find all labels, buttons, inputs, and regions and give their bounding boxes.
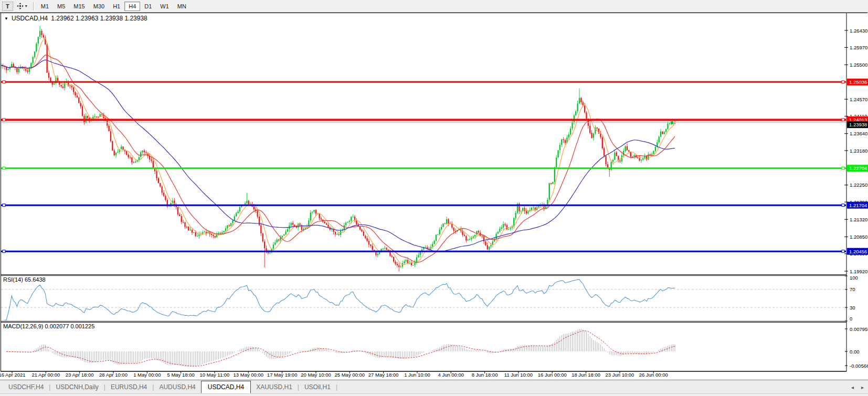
price-axis[interactable] [846, 13, 868, 371]
chart-window: ▼ USDCAD,H4 1.23962 1.23963 1.23938 1.23… [0, 13, 868, 379]
timeframe-button-d1[interactable]: D1 [140, 2, 156, 11]
last-price-marker [671, 121, 673, 124]
tab-xauusd-h1[interactable]: XAUUSD,H1 [251, 381, 298, 393]
chart-canvas[interactable]: 1.264301.259701.255001.245701.241101.236… [0, 13, 868, 379]
tab-scroll-controls: ◂ ▸ [851, 384, 864, 390]
tab-usdcnh-daily[interactable]: USDCNH,Daily [50, 381, 103, 393]
collapse-triangle-icon[interactable]: ▼ [4, 16, 8, 21]
cursor-tool-button[interactable]: ▾ [14, 2, 30, 11]
timeframe-button-m1[interactable]: M1 [37, 2, 53, 11]
toolbar-separator [33, 2, 34, 10]
timeframe-button-m30[interactable]: M30 [89, 2, 109, 11]
text-label-tool-button[interactable]: T [2, 2, 13, 11]
mt4-window: T ▾ M1M5M15M30H1H4D1W1MN ▼ USDCAD,H4 1.2… [0, 0, 868, 396]
hline-1.24013[interactable] [1, 119, 846, 121]
tab-usdchf-h4[interactable]: USDCHF,H4 [3, 381, 49, 393]
crosshair-arrows-icon [17, 3, 24, 9]
timeframe-button-mn[interactable]: MN [173, 2, 190, 11]
rsi-indicator-label: RSI(14) 65.6438 [3, 276, 46, 283]
timeframe-button-h1[interactable]: H1 [109, 2, 124, 11]
tabs: USDCHF,H4|USDCNH,Daily|EURUSD,H4|AUDUSD,… [3, 381, 337, 393]
tab-scroll-right-icon[interactable]: ▸ [861, 384, 864, 390]
tab-scroll-left-icon[interactable]: ◂ [851, 384, 854, 390]
tab-audusd-h4[interactable]: AUDUSD,H4 [154, 381, 200, 393]
timeframe-button-group: M1M5M15M30H1H4D1W1MN [37, 2, 190, 11]
chart-quotes-label: 1.23962 1.23963 1.23938 1.23938 [51, 15, 147, 22]
timeframe-button-m5[interactable]: M5 [53, 2, 69, 11]
macd-indicator-label: MACD(12,26,9) 0.002077 0.001225 [3, 323, 94, 329]
tab-separator: | [336, 383, 337, 391]
chevron-down-icon: ▾ [25, 4, 27, 8]
timeframe-button-m15[interactable]: M15 [69, 2, 89, 11]
tab-eurusd-h4[interactable]: EURUSD,H4 [105, 381, 152, 393]
status-bar [0, 393, 868, 396]
time-axis[interactable] [0, 372, 846, 379]
timeframe-button-w1[interactable]: W1 [156, 2, 173, 11]
tab-usoil-h1[interactable]: USOil,H1 [299, 381, 336, 393]
tab-usdcad-h4[interactable]: USDCAD,H4 [201, 381, 251, 393]
symbol-tab-bar: USDCHF,H4|USDCNH,Daily|EURUSD,H4|AUDUSD,… [0, 380, 868, 394]
timeframe-button-h4[interactable]: H4 [124, 2, 140, 11]
chart-symbol-label: USDCAD,H4 [12, 15, 48, 22]
top-toolbar: T ▾ M1M5M15M30H1H4D1W1MN [0, 0, 868, 13]
chart-title: ▼ USDCAD,H4 1.23962 1.23963 1.23938 1.23… [4, 15, 147, 22]
